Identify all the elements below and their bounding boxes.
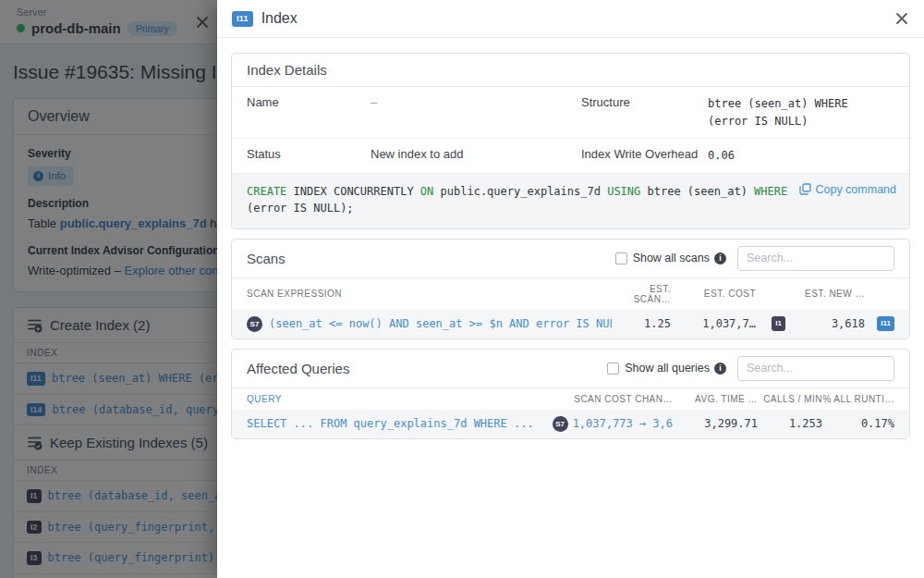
show-all-queries-checkbox[interactable] (607, 363, 619, 375)
copy-icon (799, 183, 811, 195)
col-scan-expression: SCAN EXPRESSION (247, 289, 612, 299)
queries-table-header: QUERY SCAN COST CHAN… AVG. TIME … CALLS … (232, 388, 909, 410)
col-est-new-cost: EST. NEW … (785, 289, 865, 299)
create-index-command: CREATE INDEX CONCURRENTLY ON public.quer… (247, 183, 894, 217)
copy-command-label: Copy command (815, 183, 896, 196)
modal-title: Index (261, 10, 298, 27)
sql-keyword: USING (607, 185, 640, 198)
index-badge: I11 (232, 11, 253, 27)
col-avg-time: AVG. TIME … (673, 394, 758, 404)
structure-value: btree (seen_at) WHERE (error IS NULL) (708, 95, 894, 129)
queries-search-input[interactable] (737, 356, 894, 381)
index-modal: I11 Index Index Details Name – Structure… (217, 0, 924, 578)
overhead-value: 0.06 (708, 147, 894, 165)
name-value: – (371, 95, 581, 129)
show-all-scans-label: Show all scans (633, 252, 710, 264)
est-scans-value: 1.25 (612, 317, 671, 330)
scan-expression: (seen_at <= now() AND seen_at >= $n AND … (269, 317, 612, 330)
sql-keyword: CREATE (247, 185, 286, 198)
est-cost-value: 1,037,7… (671, 317, 756, 330)
scan-badge: S7 (553, 416, 568, 432)
structure-label: Structure (581, 95, 708, 129)
scan-badge: S7 (247, 316, 262, 332)
detail-row-name-structure: Name – Structure btree (seen_at) WHERE (… (232, 87, 909, 139)
col-est-scans: EST. SCAN… (612, 284, 671, 304)
overhead-label: Index Write Overhead (581, 147, 708, 165)
create-index-command-block: CREATE INDEX CONCURRENTLY ON public.quer… (232, 174, 909, 228)
scans-search-input[interactable] (737, 246, 894, 271)
show-all-queries-label: Show all queries (625, 362, 710, 375)
sql-keyword: WHERE (754, 185, 787, 198)
scans-title: Scans (247, 251, 615, 266)
copy-command-button[interactable]: Copy command (799, 183, 896, 196)
sql-text: (error IS NULL); (247, 200, 793, 217)
modal-header: I11 Index (217, 0, 924, 38)
close-icon[interactable] (894, 11, 909, 26)
index-badge: I1 (772, 316, 785, 331)
calls-min-value: 1.253 (758, 417, 822, 430)
status-label: Status (247, 147, 371, 165)
col-pct-runtime: % ALL RUNTI… (822, 394, 894, 404)
pct-runtime-value: 0.17% (822, 417, 894, 430)
avg-time-value: 3,299.71 (673, 417, 758, 430)
col-scan-cost-change: SCAN COST CHAN… (534, 394, 673, 404)
index-details-title: Index Details (232, 54, 909, 87)
col-est-cost: EST. COST (671, 289, 756, 299)
cost-change-value: 1,037,773 → 3,6 (573, 417, 673, 430)
app-window: Server prod-db-main Primary Issue #19635… (0, 0, 924, 578)
query-row[interactable]: SELECT ... FROM query_explains_7d WHERE … (232, 410, 909, 438)
scans-table-header: SCAN EXPRESSION EST. SCAN… EST. COST EST… (232, 278, 909, 310)
sql-text: INDEX CONCURRENTLY (286, 185, 420, 198)
status-value: New index to add (371, 147, 581, 165)
detail-row-status-overhead: Status New index to add Index Write Over… (232, 139, 909, 174)
scans-card: Scans Show all scans i SCAN EXPRESSION E… (231, 239, 910, 339)
name-label: Name (247, 95, 371, 129)
sql-text: btree (seen_at) (640, 185, 754, 198)
scans-header: Scans Show all scans i (232, 240, 909, 278)
index-badge: I11 (877, 316, 894, 331)
col-calls-min: CALLS / MIN (758, 394, 822, 404)
scan-row[interactable]: S7 (seen_at <= now() AND seen_at >= $n A… (232, 310, 909, 338)
col-query: QUERY (247, 394, 534, 404)
show-all-scans-checkbox[interactable] (615, 252, 627, 264)
index-details-card: Index Details Name – Structure btree (se… (231, 53, 910, 229)
queries-title: Affected Queries (247, 361, 607, 376)
sql-keyword: ON (420, 185, 433, 198)
affected-queries-card: Affected Queries Show all queries i QUER… (231, 349, 910, 439)
info-icon[interactable]: i (714, 252, 726, 264)
sql-text: public.query_explains_7d (433, 185, 607, 198)
info-icon[interactable]: i (714, 363, 726, 375)
queries-header: Affected Queries Show all queries i (232, 350, 909, 388)
est-new-cost-value: 3,618 (785, 317, 865, 330)
query-text: SELECT ... FROM query_explains_7d WHERE … (247, 417, 534, 430)
